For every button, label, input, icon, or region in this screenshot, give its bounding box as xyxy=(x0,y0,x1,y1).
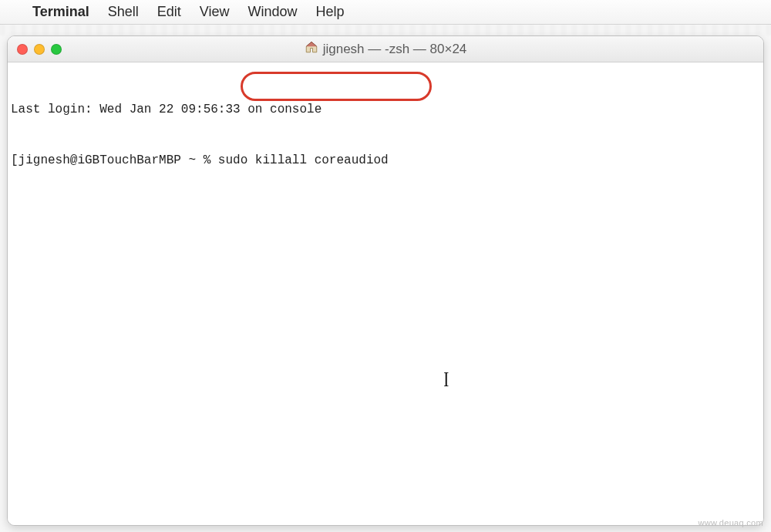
home-folder-icon xyxy=(305,40,318,58)
menu-help[interactable]: Help xyxy=(315,4,344,20)
zoom-icon[interactable] xyxy=(51,44,62,55)
window-title-text: jignesh — -zsh — 80×24 xyxy=(323,42,467,57)
annotation-oval xyxy=(241,72,432,101)
terminal-last-login-line: Last login: Wed Jan 22 09:56:33 on conso… xyxy=(11,101,760,118)
terminal-content[interactable]: Last login: Wed Jan 22 09:56:33 on conso… xyxy=(8,62,763,525)
terminal-window: jignesh — -zsh — 80×24 Last login: Wed J… xyxy=(7,35,764,526)
menubar-background-blur xyxy=(0,25,771,35)
close-icon[interactable] xyxy=(17,44,28,55)
window-traffic-lights xyxy=(17,44,62,55)
watermark: www.deuaq.com xyxy=(698,518,763,527)
terminal-command: sudo killall coreaudiod xyxy=(218,153,389,167)
menubar-app-name[interactable]: Terminal xyxy=(32,4,89,20)
menu-view[interactable]: View xyxy=(200,4,230,20)
menu-edit[interactable]: Edit xyxy=(157,4,181,20)
menu-window[interactable]: Window xyxy=(247,4,297,20)
minimize-icon[interactable] xyxy=(34,44,45,55)
window-title: jignesh — -zsh — 80×24 xyxy=(8,40,763,58)
terminal-prompt-line: [jignesh@iGBTouchBarMBP ~ % sudo killall… xyxy=(11,152,760,169)
menu-shell[interactable]: Shell xyxy=(108,4,139,20)
text-cursor-icon: I xyxy=(443,371,449,388)
terminal-prompt: [jignesh@iGBTouchBarMBP ~ % xyxy=(11,153,218,167)
window-titlebar[interactable]: jignesh — -zsh — 80×24 xyxy=(8,36,763,62)
macos-menubar: Terminal Shell Edit View Window Help xyxy=(0,0,771,25)
